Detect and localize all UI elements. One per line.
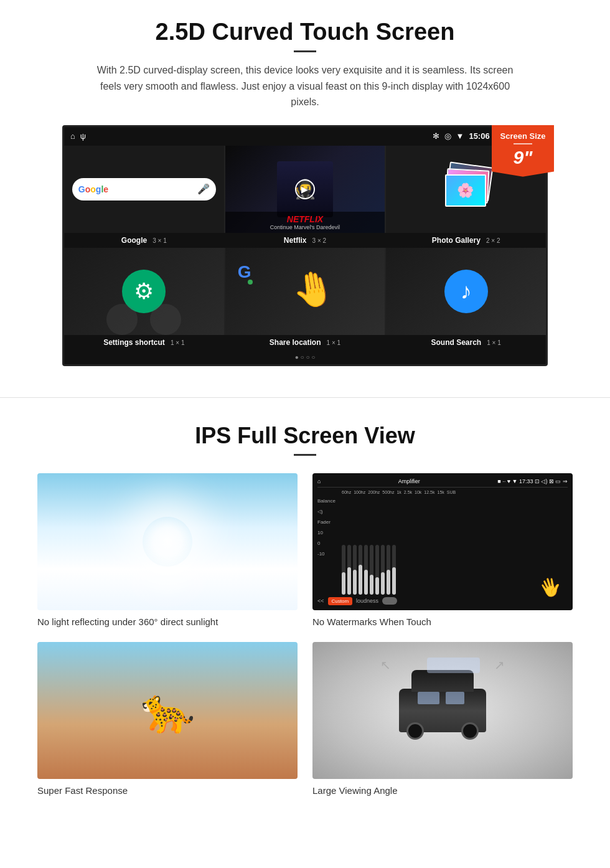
time-display: 15:06	[469, 131, 489, 141]
amp-slider-3[interactable]	[353, 545, 357, 595]
amp-slider-1[interactable]	[342, 545, 345, 595]
amp-loudness-label: loudness	[356, 598, 378, 604]
google-size: 3 × 1	[152, 237, 167, 244]
amp-freq-labels: 60hz 100hz 200hz 500hz 1k 2.5k 10k 12.5k…	[317, 490, 568, 494]
feature-label-response: Super Fast Response	[37, 785, 298, 796]
sound-icon-bg: ♪	[444, 270, 488, 313]
music-note-icon: ♪	[461, 278, 472, 304]
sun-glow	[143, 517, 192, 567]
amp-slider-8[interactable]	[381, 545, 385, 595]
feature-viewing-angle: ↗ ↖ Large Viewing Angle	[312, 642, 573, 796]
app-labels-row1: Google 3 × 1 Netflix 3 × 2 Photo Gallery…	[64, 233, 546, 248]
bluetooth-icon: ✻	[433, 131, 439, 141]
app-netflix[interactable]: 🥷 ▶ NETFLIX Continue Marvel's Daredevil	[225, 146, 385, 233]
view-angle-arrow-left: ↖	[380, 658, 391, 672]
amp-slider-4[interactable]	[359, 545, 362, 595]
amp-custom-button[interactable]: Custom	[328, 597, 353, 605]
play-button[interactable]: ▶	[295, 179, 315, 199]
settings-label-cell: Settings shortcut 1 × 1	[64, 335, 224, 350]
amp-balance-label: Balance	[317, 498, 339, 504]
car-body: ↗ ↖	[399, 689, 486, 732]
amp-12-5k: 12.5k	[424, 490, 434, 494]
pagination-dots: ● ○ ○ ○	[64, 350, 546, 364]
netflix-label-cell: Netflix 3 × 2	[225, 233, 385, 248]
badge-size: 9"	[497, 147, 549, 168]
amp-0-label: 0	[317, 540, 339, 546]
amp-header: ⌂ Amplifier ■ ·· ♥ ▼ 17:33 ⊡ ◁) ⊠ ▭ ⇒	[317, 478, 568, 488]
amp-slider-6[interactable]	[370, 545, 373, 595]
home-icon[interactable]: ⌂	[70, 131, 75, 141]
feature-label-sunlight: No light reflecting under 360° direct su…	[37, 616, 298, 627]
app-google[interactable]: Google 🎤	[64, 146, 224, 233]
share-content: G 🤚	[225, 248, 385, 335]
amp-slider-5[interactable]	[364, 545, 368, 595]
app-settings[interactable]: ⚙	[64, 248, 224, 335]
netflix-overlay: NETFLIX Continue Marvel's Daredevil	[225, 212, 385, 233]
google-logo: Google	[78, 184, 108, 194]
feature-watermarks: ⌂ Amplifier ■ ·· ♥ ▼ 17:33 ⊡ ◁) ⊠ ▭ ⇒ 60…	[312, 473, 573, 627]
amp-sliders: 🖐	[342, 498, 568, 595]
amp-1k: 1k	[396, 490, 401, 494]
amp-slider-7[interactable]	[375, 545, 379, 595]
settings-label: Settings shortcut	[103, 338, 165, 347]
google-label: Google	[121, 236, 147, 245]
car-image: ↗ ↖	[312, 642, 573, 779]
amp-loudness-toggle[interactable]	[382, 597, 397, 605]
amp-slider-9[interactable]	[387, 545, 390, 595]
location-icon: ◎	[444, 131, 451, 141]
maps-g-icon: G	[238, 257, 251, 283]
amp-content: Balance ◁) Fader 10 0 -10	[317, 498, 568, 595]
google-search-bar[interactable]: Google 🎤	[72, 178, 216, 200]
car-wheel-left	[406, 722, 424, 740]
photo-label: Photo Gallery	[432, 236, 481, 245]
car-roof	[411, 670, 474, 692]
amp-left-labels: Balance ◁) Fader 10 0 -10	[317, 498, 339, 595]
amp-status: ■ ·· ♥ ▼ 17:33 ⊡ ◁) ⊠ ▭ ⇒	[497, 478, 568, 484]
shadow-circles	[64, 304, 224, 335]
amp-slider-10[interactable]	[392, 545, 396, 595]
netflix-subtitle: Continue Marvel's Daredevil	[230, 224, 380, 230]
netflix-label: Netflix	[284, 236, 307, 245]
car-body-wrapper: ↗ ↖	[399, 689, 486, 732]
amp-fader-label: Fader	[317, 519, 339, 525]
google-label-cell: Google 3 × 1	[64, 233, 224, 248]
section1-description: With 2.5D curved-display screen, this de…	[87, 62, 523, 110]
sound-size: 1 × 1	[487, 339, 501, 346]
sound-label-cell: Sound Search 1 × 1	[386, 335, 546, 350]
amp-prev-icon[interactable]: <<	[317, 598, 324, 604]
wifi-icon: ▼	[456, 131, 464, 141]
feature-label-watermarks: No Watermarks When Touch	[312, 616, 573, 627]
device-mockup: Screen Size 9" ⌂ ψ ✻ ◎ ▼ 15:06 ⊡ ◁) ⊠	[62, 125, 548, 366]
feature-grid: No light reflecting under 360° direct su…	[37, 473, 573, 796]
mic-icon[interactable]: 🎤	[197, 183, 210, 195]
app-share-location[interactable]: G 🤚	[225, 248, 385, 335]
share-size: 1 × 1	[327, 339, 341, 346]
sound-label: Sound Search	[431, 338, 482, 347]
feature-image-cheetah: 🐆	[37, 642, 298, 779]
amp-15k: 15k	[437, 490, 444, 494]
app-grid-row1: Google 🎤 🥷 ▶ NETFLIX Co	[64, 146, 546, 233]
shadow-circle-1	[106, 304, 138, 335]
section-curved-screen: 2.5D Curved Touch Screen With 2.5D curve…	[0, 0, 610, 379]
section1-title: 2.5D Curved Touch Screen	[37, 19, 573, 45]
cheetah-image: 🐆	[37, 642, 298, 779]
android-screen: ⌂ ψ ✻ ◎ ▼ 15:06 ⊡ ◁) ⊠ ▭	[62, 125, 548, 366]
status-bar-left: ⌂ ψ	[70, 131, 86, 141]
app-sound-search[interactable]: ♪	[386, 248, 546, 335]
netflix-logo: NETFLIX	[230, 214, 380, 224]
settings-gear-icon: ⚙	[134, 278, 154, 304]
amp-home-icon: ⌂	[317, 478, 321, 484]
amp-neg10-label: -10	[317, 551, 339, 557]
amp-slider-2[interactable]	[347, 545, 351, 595]
shadow-circle-2	[150, 304, 181, 335]
amp-100hz: 100hz	[354, 490, 365, 494]
feature-image-amplifier: ⌂ Amplifier ■ ·· ♥ ▼ 17:33 ⊡ ◁) ⊠ ▭ ⇒ 60…	[312, 473, 573, 610]
photo-stack: 🌸	[441, 164, 491, 214]
feature-image-car: ↗ ↖	[312, 642, 573, 779]
flower-icon: 🌸	[457, 182, 474, 199]
amp-2-5k: 2.5k	[404, 490, 412, 494]
amp-sub: SUB	[447, 490, 456, 494]
section-divider	[0, 397, 610, 398]
amp-10-label: 10	[317, 530, 339, 535]
photo-card-3: 🌸	[445, 174, 486, 207]
